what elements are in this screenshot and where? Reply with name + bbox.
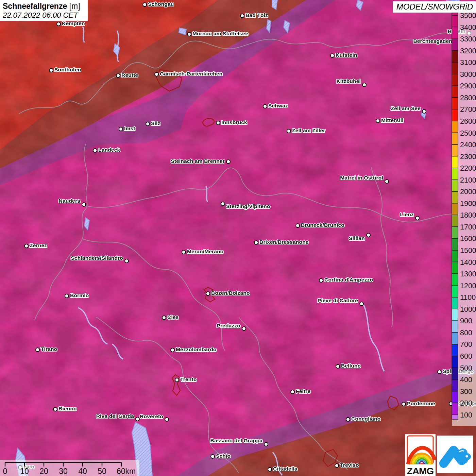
- scale-tick-label: 0: [3, 467, 7, 476]
- legend-tick-label: 3400: [460, 23, 476, 32]
- legend-segment: [452, 13, 458, 15]
- city-label: Lienz: [400, 211, 414, 218]
- legend-tick-label: 200: [460, 399, 472, 407]
- scale-bar-graphic: 0102030405060km: [0, 460, 139, 476]
- legend-segment: [452, 98, 458, 109]
- legend-tick-label: 500: [460, 364, 472, 372]
- map-title: Schneefallgrenze [m]: [3, 1, 88, 11]
- city-dot-icon: [437, 370, 442, 374]
- mountain-cloud-icon: [437, 436, 473, 473]
- city-label: Conegliano: [351, 416, 380, 422]
- legend-segment: [452, 203, 458, 215]
- legend-tick-label: 1600: [460, 235, 476, 243]
- city-dot-icon: [330, 53, 335, 58]
- city-label: Schio: [216, 453, 231, 459]
- legend-segment: [452, 109, 458, 121]
- city-label: Sterzing/Vipiteno: [226, 203, 270, 209]
- legend-segment: [452, 144, 458, 156]
- city-label: Zell am Ziller: [292, 128, 325, 134]
- legend-tick-label: 1400: [460, 258, 476, 267]
- legend-segment: [452, 156, 458, 168]
- city-dot-icon: [268, 467, 272, 472]
- city-dot-icon: [319, 278, 323, 283]
- zamg-logo: ZAMG: [405, 434, 436, 476]
- city-dot-icon: [210, 454, 215, 459]
- scale-tick-label: 50: [98, 467, 106, 476]
- city-dot-icon: [290, 390, 295, 394]
- legend-segment: [452, 39, 458, 51]
- legend-segment: [452, 15, 458, 27]
- city-label: Kempten: [62, 20, 85, 27]
- legend-tick-label: 700: [460, 340, 472, 348]
- city-dot-icon: [206, 291, 210, 296]
- city-label: Cortina d'Ampezzo: [324, 277, 373, 283]
- city-label: Cles: [167, 314, 179, 320]
- city-dot-icon: [385, 179, 389, 184]
- city-label: Kitzbühel: [336, 78, 361, 84]
- city-dot-icon: [359, 302, 364, 306]
- city-dot-icon: [49, 68, 53, 72]
- city-label: Riva del Garda: [96, 413, 134, 419]
- zamg-rainbow-icon: ZAMG: [405, 434, 436, 476]
- legend-segment: [452, 297, 458, 309]
- city-label: Schongau: [148, 1, 174, 7]
- model-label: MODEL/SNOWGRiD: [393, 1, 476, 13]
- map-datetime: 22.07.2022 06:00 CET: [3, 11, 88, 20]
- city-label: Bienno: [58, 406, 77, 412]
- city-dot-icon: [240, 14, 244, 18]
- city-label: Cittadella: [273, 466, 298, 472]
- legend-tick-label: 100: [460, 411, 472, 419]
- city-dot-icon: [295, 223, 300, 228]
- city-dot-icon: [124, 259, 129, 263]
- city-dot-icon: [162, 316, 166, 320]
- legend-segment: [452, 215, 458, 227]
- city-label: Meran/Merano: [187, 249, 223, 255]
- city-dot-icon: [116, 73, 120, 78]
- scale-tick-label: 60km: [117, 467, 136, 476]
- legend-tick-label: 800: [460, 329, 472, 337]
- legend-segment: [452, 27, 458, 39]
- city-dot-icon: [366, 233, 371, 237]
- legend-segment: [452, 262, 458, 274]
- city-label: Mezzolombardo: [176, 346, 217, 353]
- legend-tick-label: 3000: [460, 70, 476, 79]
- city-dot-icon: [226, 159, 231, 164]
- city-label: Brixen/Bressanone: [259, 239, 309, 245]
- legend-tick-label: 300: [460, 388, 472, 396]
- city-label: Zell am See: [391, 105, 421, 112]
- city-dot-icon: [346, 417, 350, 422]
- city-label: Schwaz: [268, 103, 288, 109]
- legend-tick-label: 1000: [460, 305, 476, 313]
- city-dot-icon: [170, 348, 175, 352]
- legend-tick-label: 1500: [460, 247, 476, 255]
- city-dot-icon: [263, 104, 267, 108]
- city-dot-icon: [35, 347, 40, 352]
- city-label: Predazzo: [217, 323, 240, 329]
- legend-tick-label: 1300: [460, 270, 476, 278]
- city-label: Murnau am Staffelsee: [192, 31, 248, 37]
- city-label: Innsbruck: [221, 119, 247, 125]
- city-label: Bruneck/Brunico: [301, 222, 344, 228]
- city-dot-icon: [362, 83, 367, 87]
- legend-segment: [452, 191, 458, 203]
- legend-tick-label: 2400: [460, 141, 476, 149]
- city-dot-icon: [415, 216, 420, 220]
- legend-segment: [452, 51, 458, 63]
- legend-tick-label: 2700: [460, 105, 476, 114]
- city-dot-icon: [119, 127, 123, 131]
- city-label: Bad Tölz: [245, 12, 268, 18]
- title-box: Schneefallgrenze [m] 22.07.2022 06:00 CE…: [0, 0, 88, 21]
- city-label: Tirano: [41, 346, 57, 352]
- scale-tick-label: 20: [39, 467, 48, 476]
- city-dot-icon: [175, 378, 179, 382]
- legend-segment: [452, 133, 458, 145]
- city-label: Sonthofen: [54, 67, 81, 73]
- legend-tick-label: 2200: [460, 164, 476, 172]
- city-dot-icon: [254, 240, 258, 245]
- city-dot-icon: [165, 417, 169, 422]
- city-dot-icon: [53, 407, 57, 411]
- city-label: Belluno: [341, 363, 361, 369]
- city-dot-icon: [142, 2, 147, 7]
- legend-tick-label: 600: [460, 352, 472, 360]
- city-label: Reutte: [121, 72, 138, 78]
